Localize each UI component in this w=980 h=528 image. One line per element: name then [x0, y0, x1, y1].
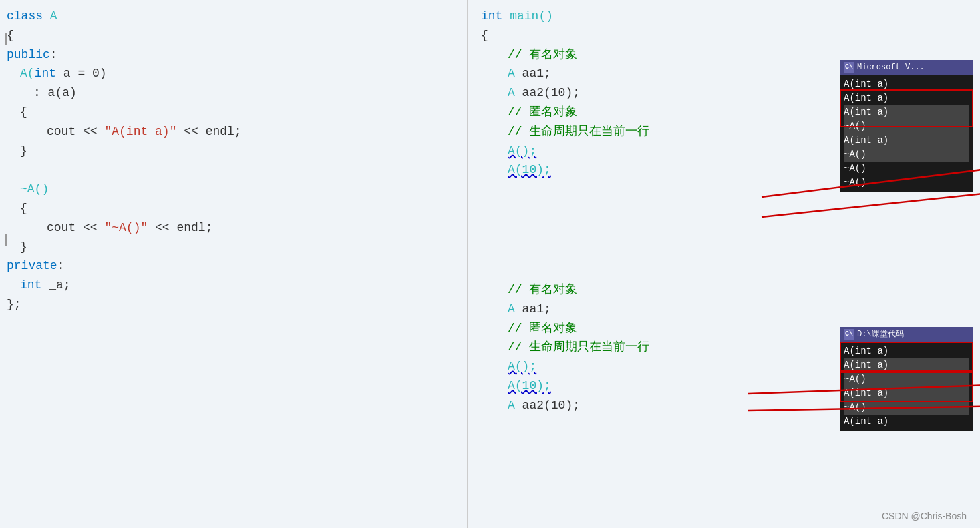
- terminal-top-title: Microsoft V...: [857, 61, 925, 73]
- term-line-8: ~A(): [844, 176, 969, 190]
- var-aa1: aa1;: [522, 64, 551, 83]
- kw-private: private: [7, 256, 57, 276]
- endl2: << endl;: [148, 218, 212, 238]
- init-list: :_a(a): [33, 83, 77, 103]
- line-anon1-b: A();: [481, 357, 649, 376]
- kw-class: class: [7, 7, 50, 26]
- term-line-5-highlight: A(int a): [844, 134, 969, 148]
- brace1: {: [7, 26, 14, 45]
- kw-int-main: int: [481, 7, 510, 26]
- code-line-empty1: [7, 160, 467, 180]
- colon2: :: [57, 256, 65, 276]
- type-A3: A: [508, 300, 522, 319]
- class-end: };: [7, 295, 21, 314]
- line-marker-2: [5, 234, 7, 246]
- anon-call4: A(10);: [508, 376, 551, 396]
- code-line-member: int _a;: [7, 276, 467, 295]
- colon1: :: [50, 45, 57, 65]
- var-aa2-b: aa2(10);: [522, 396, 580, 415]
- cmt3: // 生命周期只在当前一行: [508, 122, 649, 142]
- line-marker-1: [5, 33, 7, 45]
- code-line-close-brace2: }: [7, 238, 467, 257]
- comment-anon-obj-b: // 匿名对象: [481, 319, 649, 338]
- anon-call1: A();: [508, 142, 536, 161]
- code-line-private: private:: [7, 256, 467, 276]
- term-line-7: ~A(): [844, 162, 969, 176]
- term-b-line-5-highlight: ~A(): [844, 401, 969, 415]
- comment-named-obj: // 有名对象: [481, 45, 649, 65]
- term-line-1: A(int a): [844, 77, 969, 91]
- line-aa2: A aa2(10);: [481, 83, 649, 103]
- term-line-3-highlight: A(int a): [844, 105, 969, 119]
- term-b-line-1: A(int a): [844, 344, 969, 358]
- terminal-icon-bottom: C\: [844, 329, 854, 340]
- kw-public: public: [7, 45, 50, 65]
- main-name: main(): [510, 7, 553, 26]
- term-line-2: A(int a): [844, 91, 969, 105]
- destructor-name: ~A(): [20, 180, 49, 199]
- code-line-open-brace2: {: [7, 103, 467, 122]
- brace3: {: [20, 199, 27, 218]
- main-brace: {: [481, 26, 488, 45]
- terminal-top: C\ Microsoft V... A(int a) A(int a) A(in…: [840, 60, 973, 192]
- line-anon1: A();: [481, 142, 649, 161]
- constructor-name: A(: [20, 64, 35, 83]
- left-code-block: class A { public: A(int a = 0) :_a(a) { …: [7, 7, 467, 314]
- cmt1: // 有名对象: [508, 45, 577, 65]
- member-var: _a;: [49, 276, 70, 295]
- terminal-bottom: C\ D:\课堂代码 A(int a) A(int a) ~A() A(int …: [840, 327, 973, 431]
- class-name-A: A: [50, 7, 57, 26]
- brace2: {: [20, 103, 27, 122]
- code-line-classA: class A: [7, 7, 467, 26]
- watermark: CSDN @Chris-Bosh: [882, 511, 967, 521]
- code-line-close-brace1: }: [7, 142, 467, 161]
- code-line-constructor-sig: A(int a = 0): [7, 64, 467, 83]
- term-b-line-4-highlight: A(int a): [844, 386, 969, 401]
- code-line-class-end: };: [7, 295, 467, 314]
- cmt4: // 有名对象: [508, 280, 577, 300]
- code-line-public: public:: [7, 45, 467, 65]
- terminal-top-body: A(int a) A(int a) A(int a) ~A() A(int a)…: [840, 75, 973, 192]
- cmt5: // 匿名对象: [508, 319, 577, 338]
- terminal-bottom-title: D:\课堂代码: [857, 328, 904, 340]
- cmt2: // 匿名对象: [508, 103, 577, 122]
- anon-call2: A(10);: [508, 160, 551, 180]
- close-brace1: }: [20, 142, 27, 161]
- main-container: class A { public: A(int a = 0) :_a(a) { …: [0, 0, 980, 528]
- term-line-6-highlight: ~A(): [844, 148, 969, 162]
- term-b-line-2-highlight: A(int a): [844, 358, 969, 372]
- bottom-code-block: // 有名对象 A aa1; // 匿名对象 // 生命周期只在当前一行 A()…: [481, 280, 649, 415]
- constructor-param: a = 0): [63, 64, 107, 83]
- type-A1: A: [508, 64, 522, 83]
- main-sig: int main(): [481, 7, 649, 26]
- code-line-cout1: cout << "A(int a)" << endl;: [7, 122, 467, 142]
- terminal-icon-top: C\: [844, 62, 854, 73]
- comment-lifecycle: // 生命周期只在当前一行: [481, 122, 649, 142]
- kw-int2: int: [20, 276, 49, 295]
- type-A4: A: [508, 396, 522, 415]
- var-aa2: aa2(10);: [522, 83, 580, 103]
- line-aa2-b: A aa2(10);: [481, 396, 649, 415]
- main-open-brace: {: [481, 26, 649, 45]
- right-panel: int main() { // 有名对象 A aa1; A aa2(10); /…: [468, 0, 980, 528]
- cout2: cout <<: [47, 218, 104, 238]
- right-bottom-code: // 有名对象 A aa1; // 匿名对象 // 生命周期只在当前一行 A()…: [481, 280, 649, 415]
- type-A2: A: [508, 83, 522, 103]
- string2: "~A()": [104, 218, 148, 238]
- right-top-code: int main() { // 有名对象 A aa1; A aa2(10); /…: [481, 7, 649, 180]
- comment-lifecycle-b: // 生命周期只在当前一行: [481, 338, 649, 357]
- code-line-cout2: cout << "~A()" << endl;: [7, 218, 467, 238]
- line-anon2: A(10);: [481, 160, 649, 180]
- string1: "A(int a)": [104, 122, 176, 142]
- terminal-top-titlebar: C\ Microsoft V...: [840, 60, 973, 75]
- close-brace2: }: [20, 238, 27, 257]
- kw-int1: int: [35, 64, 63, 83]
- top-code-block: int main() { // 有名对象 A aa1; A aa2(10); /…: [481, 7, 649, 180]
- left-code-panel: class A { public: A(int a = 0) :_a(a) { …: [0, 0, 468, 528]
- line-anon2-b: A(10);: [481, 376, 649, 396]
- code-line-open-brace1: {: [7, 26, 467, 45]
- comment-anon-obj: // 匿名对象: [481, 103, 649, 122]
- terminal-bottom-titlebar: C\ D:\课堂代码: [840, 327, 973, 342]
- code-line-destructor: ~A(): [7, 180, 467, 199]
- cmt6: // 生命周期只在当前一行: [508, 338, 649, 357]
